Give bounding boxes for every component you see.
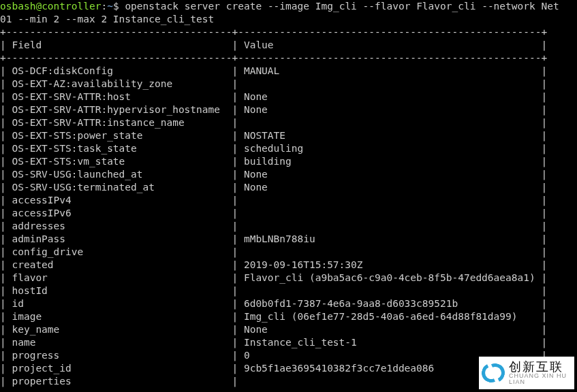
logo-icon: [482, 359, 505, 387]
table-row: | hostId | |: [0, 284, 577, 297]
table-row: | flavor | Flavor_cli (a9ba5ac6-c9a0-4ce…: [0, 272, 577, 284]
table-row: | OS-SRV-USG:launched_at | None |: [0, 168, 577, 181]
table-row: | OS-EXT-STS:task_state | scheduling |: [0, 142, 577, 155]
table-row: | key_name | None |: [0, 323, 577, 336]
table-row: | OS-EXT-STS:power_state | NOSTATE |: [0, 129, 577, 142]
table-row: | OS-EXT-SRV-ATTR:instance_name | |: [0, 116, 577, 129]
table-row: | OS-EXT-STS:vm_state | building |: [0, 155, 577, 168]
table-row: | image | Img_cli (06ef1e77-28d5-40a6-a6…: [0, 310, 577, 323]
table-border: +--------------------------------------+…: [0, 26, 577, 39]
table-row: | OS-DCF:diskConfig | MANUAL |: [0, 65, 577, 78]
table-row: | addresses | |: [0, 220, 577, 233]
terminal-output[interactable]: osbash@controller:~$ openstack server cr…: [0, 0, 577, 388]
logo-text-cn: 创新互联: [509, 361, 574, 373]
prompt-host: controller: [42, 1, 101, 12]
table-row: | accessIPv6 | |: [0, 207, 577, 220]
table-border: +--------------------------------------+…: [0, 52, 577, 65]
table-row: | OS-EXT-SRV-ATTR:host | None |: [0, 91, 577, 103]
shell-prompt[interactable]: osbash@controller:~$ openstack server cr…: [0, 0, 577, 13]
table-row: | OS-EXT-AZ:availability_zone | |: [0, 78, 577, 91]
table-header: | Field | Value |: [0, 39, 577, 52]
command-text: openstack server create --image Img_cli …: [125, 1, 559, 12]
table-row: | OS-SRV-USG:terminated_at | None |: [0, 181, 577, 194]
logo-text-en: CHUANG XIN HU LIAN: [509, 373, 574, 385]
table-row: | id | 6d0b0fd1-7387-4e6a-9aa8-d6033c895…: [0, 297, 577, 310]
table-row: | OS-EXT-SRV-ATTR:hypervisor_hostname | …: [0, 103, 577, 116]
table-row: | accessIPv4 | |: [0, 194, 577, 207]
table-row: | name | Instance_cli_test-1 |: [0, 336, 577, 349]
prompt-user: osbash: [0, 1, 35, 12]
table-row: | adminPass | mMbLNBn788iu |: [0, 233, 577, 246]
prompt-path: ~: [107, 1, 113, 12]
command-continuation: 01 --min 2 --max 2 Instance_cli_test: [0, 13, 577, 26]
table-row: | config_drive | |: [0, 246, 577, 259]
table-row: | created | 2019-09-16T15:57:30Z |: [0, 259, 577, 272]
watermark-logo: 创新互联 CHUANG XIN HU LIAN: [479, 357, 574, 389]
